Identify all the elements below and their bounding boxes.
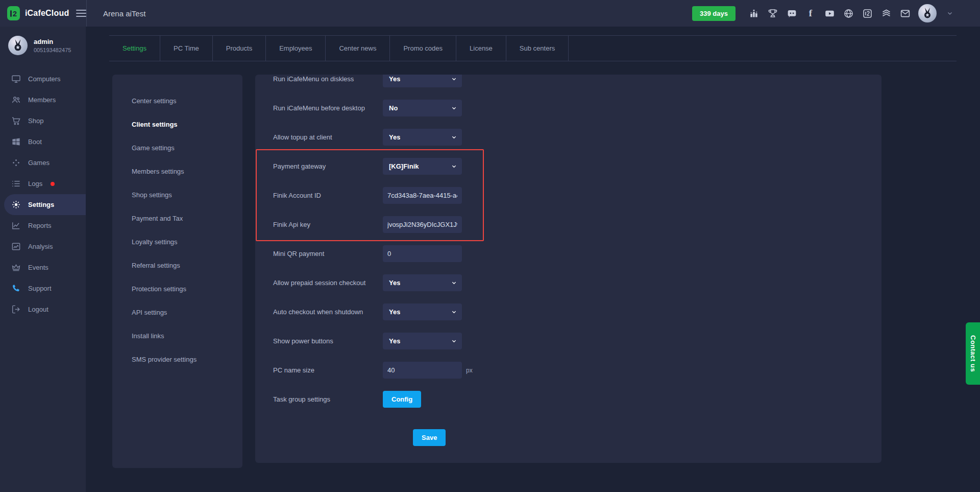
field-label: Run iCafeMenu before desktop xyxy=(273,104,383,112)
mail-icon[interactable] xyxy=(899,8,911,19)
brand-name: iCafeCloud xyxy=(25,9,69,18)
submenu-loyalty-settings[interactable]: Loyalty settings xyxy=(112,230,242,253)
form-row-run-icafemenu-before-desktop: Run iCafeMenu before desktop No xyxy=(255,93,881,123)
form-row-finik-account-id: Finik Account ID xyxy=(255,181,881,210)
field-label: PC name size xyxy=(273,366,383,374)
area-chart-icon xyxy=(11,242,21,251)
sidebar-item-reports[interactable]: Reports xyxy=(0,215,86,236)
field-label: Auto checkout when shutdown xyxy=(273,308,383,316)
submenu-members-settings[interactable]: Members settings xyxy=(112,159,242,183)
field-label: Allow prepaid session checkout xyxy=(273,279,383,287)
sidebar-item-boot[interactable]: Boot xyxy=(0,131,86,152)
contact-us-tab[interactable]: Contact us xyxy=(966,322,980,385)
chevron-down-icon xyxy=(451,280,457,286)
tab-products[interactable]: Products xyxy=(213,36,266,61)
trophy-icon[interactable] xyxy=(767,8,778,19)
sidebar-item-logs[interactable]: Logs xyxy=(0,173,86,194)
field-label: Show power buttons xyxy=(273,337,383,345)
sidebar-item-analysis[interactable]: Analysis xyxy=(0,236,86,257)
form-row-allow-prepaid-session-checkout: Allow prepaid session checkout Yes xyxy=(255,268,881,297)
form-row-task-group-settings: Task group settings Config xyxy=(255,385,881,414)
line-chart-icon xyxy=(11,221,21,230)
pc-name-size-input[interactable] xyxy=(383,362,462,379)
sidebar-user-block[interactable]: admin 005193482475 xyxy=(0,27,86,58)
license-days-badge[interactable]: 339 days xyxy=(692,6,736,21)
sidebar-item-label: Members xyxy=(28,96,56,104)
layers-icon[interactable] xyxy=(880,8,892,19)
leaderboard-icon[interactable] xyxy=(748,8,760,19)
payment-gateway-select[interactable]: [KG]Finik xyxy=(383,158,462,175)
tab-promo-codes[interactable]: Promo codes xyxy=(390,36,456,61)
field-label: Finik Account ID xyxy=(273,192,383,199)
hamburger-menu-icon[interactable] xyxy=(76,8,86,19)
allow-prepaid-session-checkout-select[interactable]: Yes xyxy=(383,274,462,291)
chevron-down-icon[interactable] xyxy=(944,8,955,19)
sidebar-item-label: Reports xyxy=(28,222,52,229)
mini-qr-payment-input[interactable] xyxy=(383,245,462,262)
topbar-actions: 339 days f xyxy=(692,4,955,22)
finik-account-id-input[interactable] xyxy=(383,187,462,204)
discord-icon[interactable] xyxy=(786,8,797,19)
chevron-down-icon xyxy=(451,76,457,82)
user-avatar[interactable] xyxy=(918,4,937,22)
submenu-referral-settings[interactable]: Referral settings xyxy=(112,253,242,277)
select-value: Yes xyxy=(389,279,400,287)
facebook-icon[interactable]: f xyxy=(805,8,816,19)
user-id: 005193482475 xyxy=(34,47,71,53)
form-row-show-power-buttons: Show power buttons Yes xyxy=(255,326,881,356)
select-value: [KG]Finik xyxy=(389,162,419,170)
sidebar-item-members[interactable]: Members xyxy=(0,89,86,110)
sidebar-item-games[interactable]: Games xyxy=(0,152,86,173)
select-value: No xyxy=(389,104,398,112)
chevron-down-icon xyxy=(451,163,457,169)
sidebar-item-computers[interactable]: Computers xyxy=(0,68,86,89)
gamepad-icon xyxy=(11,158,21,168)
sidebar-item-support[interactable]: Support xyxy=(0,278,86,299)
submenu-sms-provider-settings[interactable]: SMS provider settings xyxy=(112,347,242,371)
submenu-api-settings[interactable]: API settings xyxy=(112,300,242,324)
tab-center-news[interactable]: Center news xyxy=(326,36,390,61)
monitor-icon xyxy=(11,74,21,84)
globe-icon[interactable] xyxy=(843,8,854,19)
tab-sub-centers[interactable]: Sub centers xyxy=(506,36,569,61)
tab-license[interactable]: License xyxy=(456,36,506,61)
tab-employees[interactable]: Employees xyxy=(266,36,326,61)
chevron-down-icon xyxy=(451,105,457,111)
submenu-install-links[interactable]: Install links xyxy=(112,324,242,347)
select-value: Yes xyxy=(389,133,400,141)
icafecloud-icon[interactable] xyxy=(862,8,873,19)
user-name: admin xyxy=(34,38,71,45)
sidebar-item-logout[interactable]: Logout xyxy=(0,299,86,320)
save-button[interactable]: Save xyxy=(413,429,446,446)
gear-icon xyxy=(11,200,21,209)
tab-pc-time[interactable]: PC Time xyxy=(160,36,213,61)
task-group-config-button[interactable]: Config xyxy=(383,391,421,408)
sidebar-item-shop[interactable]: Shop xyxy=(0,110,86,131)
submenu-center-settings[interactable]: Center settings xyxy=(112,89,242,112)
youtube-icon[interactable] xyxy=(824,8,835,19)
submenu-game-settings[interactable]: Game settings xyxy=(112,136,242,159)
field-label: Payment gateway xyxy=(273,162,383,170)
tab-settings[interactable]: Settings xyxy=(109,36,160,61)
topbar-brand-section: 2 iCafeCloud xyxy=(0,0,87,27)
auto-checkout-when-shutdown-select[interactable]: Yes xyxy=(383,303,462,320)
submenu-protection-settings[interactable]: Protection settings xyxy=(112,277,242,300)
main-content: Settings PC Time Products Employees Cent… xyxy=(86,27,980,492)
field-label: Finik Api key xyxy=(273,221,383,228)
run-icafemenu-on-diskless-select[interactable]: Yes xyxy=(383,75,462,87)
sidebar-item-events[interactable]: Events xyxy=(0,257,86,278)
sidebar-nav: Computers Members Shop Boot Games Logs S… xyxy=(0,68,86,320)
sidebar: admin 005193482475 Computers Members Sho… xyxy=(0,27,86,492)
submenu-shop-settings[interactable]: Shop settings xyxy=(112,183,242,206)
app-logo-icon[interactable]: 2 xyxy=(7,6,20,20)
field-label: Task group settings xyxy=(273,395,383,403)
sidebar-item-settings[interactable]: Settings xyxy=(4,194,86,215)
finik-api-key-input[interactable] xyxy=(383,216,462,233)
submenu-payment-and-tax[interactable]: Payment and Tax xyxy=(112,206,242,230)
run-icafemenu-before-desktop-select[interactable]: No xyxy=(383,100,462,116)
submenu-client-settings[interactable]: Client settings xyxy=(112,112,242,136)
allow-topup-at-client-select[interactable]: Yes xyxy=(383,129,462,146)
users-icon xyxy=(11,95,21,105)
show-power-buttons-select[interactable]: Yes xyxy=(383,333,462,349)
sidebar-item-label: Logout xyxy=(28,306,48,313)
